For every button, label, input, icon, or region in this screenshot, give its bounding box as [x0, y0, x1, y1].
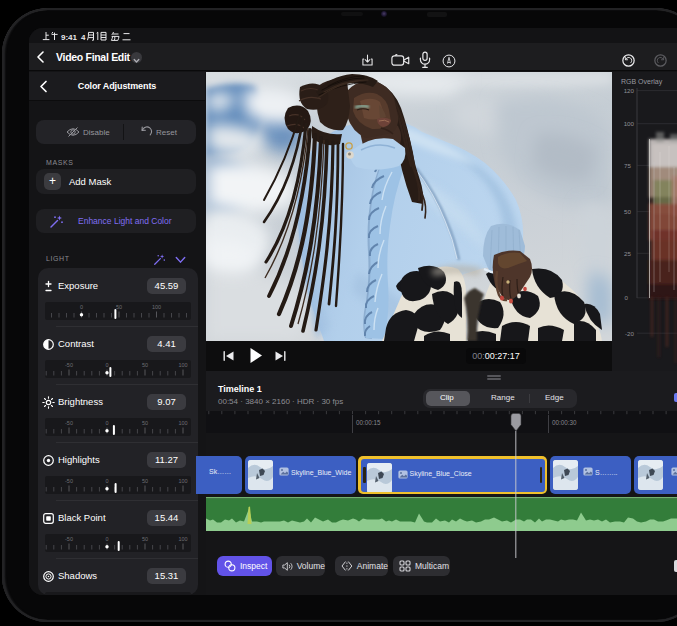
svg-text:25: 25	[624, 250, 631, 257]
svg-text:-50: -50	[65, 536, 73, 542]
svg-text:0: 0	[80, 304, 83, 310]
svg-text:100: 100	[178, 362, 187, 368]
svg-text:50: 50	[624, 208, 631, 215]
svg-text:120: 120	[624, 87, 635, 94]
svg-text:75: 75	[624, 162, 631, 169]
svg-text:50: 50	[142, 536, 148, 542]
svg-text:0: 0	[105, 478, 108, 484]
svg-text:-50: -50	[65, 478, 73, 484]
svg-text:0: 0	[625, 294, 629, 301]
svg-text:0: 0	[105, 420, 108, 426]
svg-text:50: 50	[142, 362, 148, 368]
svg-text:100: 100	[178, 536, 187, 542]
svg-text:9:41: 9:41	[61, 32, 78, 41]
svg-text:00:00:30: 00:00:30	[552, 419, 577, 426]
svg-text:100: 100	[178, 420, 187, 426]
svg-text:50: 50	[142, 594, 148, 595]
svg-text:-50: -50	[65, 420, 73, 426]
svg-text:50: 50	[142, 478, 148, 484]
svg-text:100: 100	[152, 304, 161, 310]
svg-text:-50: -50	[65, 594, 73, 595]
svg-text:50: 50	[142, 420, 148, 426]
svg-text:100: 100	[178, 594, 187, 595]
svg-text:0: 0	[105, 536, 108, 542]
svg-text:50: 50	[116, 304, 122, 310]
svg-text:0: 0	[105, 594, 108, 595]
svg-text:-50: -50	[65, 362, 73, 368]
svg-text:100: 100	[624, 120, 635, 127]
svg-text:00:00:15: 00:00:15	[356, 419, 381, 426]
svg-text:100: 100	[178, 478, 187, 484]
svg-text:0: 0	[105, 362, 108, 368]
svg-text:-20: -20	[625, 330, 635, 337]
svg-text:4: 4	[81, 32, 86, 41]
